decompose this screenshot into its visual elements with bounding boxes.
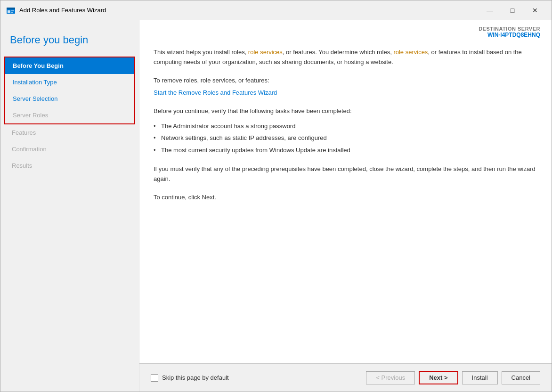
sidebar-extra-items: Features Confirmation Results — [4, 124, 135, 174]
sidebar-item-features: Features — [4, 124, 135, 141]
sidebar-header: Before you begin — [0, 20, 139, 57]
destination-server-name: WIN-I4PTDQ8EHNQ — [479, 32, 540, 38]
prereq-item-1: The Administrator account has a strong p… — [154, 120, 537, 132]
sidebar-item-before-you-begin[interactable]: Before You Begin — [5, 57, 134, 74]
window-title: Add Roles and Features Wizard — [19, 7, 479, 14]
footer-buttons: < Previous Next > Install Cancel — [366, 371, 540, 384]
install-button[interactable]: Install — [462, 371, 498, 384]
svg-rect-2 — [8, 10, 10, 13]
sidebar: Before you begin Before You Begin Instal… — [0, 20, 139, 392]
previous-button[interactable]: < Previous — [366, 371, 415, 384]
close-button[interactable]: ✕ — [524, 3, 546, 17]
skip-page-checkbox-area: Skip this page by default — [151, 374, 229, 382]
highlight-role-services-2: role services — [393, 49, 428, 56]
intro-paragraph: This wizard helps you install roles, rol… — [154, 48, 537, 67]
maximize-button[interactable]: □ — [502, 3, 523, 17]
skip-page-checkbox[interactable] — [151, 374, 158, 382]
sidebar-item-confirmation: Confirmation — [4, 141, 135, 157]
title-bar: Add Roles and Features Wizard — □ ✕ — [0, 0, 552, 20]
sidebar-item-server-selection[interactable]: Server Selection — [5, 90, 134, 107]
remove-link-para: Start the Remove Roles and Features Wiza… — [154, 88, 537, 98]
destination-server-info: DESTINATION SERVER WIN-I4PTDQ8EHNQ — [479, 26, 540, 38]
sidebar-heading: Before you begin — [10, 33, 130, 47]
window-controls: — □ ✕ — [479, 3, 546, 17]
prerequisites-list: The Administrator account has a strong p… — [154, 120, 537, 156]
remove-roles-label: To remove roles, role services, or featu… — [154, 76, 537, 86]
cancel-button[interactable]: Cancel — [502, 371, 540, 384]
footer-left: Skip this page by default — [151, 374, 229, 382]
main-header: DESTINATION SERVER WIN-I4PTDQ8EHNQ — [139, 20, 552, 38]
skip-page-label: Skip this page by default — [162, 374, 229, 381]
highlight-role-services-1: role services — [248, 49, 283, 56]
content-area: Before you begin Before You Begin Instal… — [0, 20, 552, 392]
svg-rect-4 — [11, 12, 13, 13]
sidebar-item-installation-type[interactable]: Installation Type — [5, 74, 134, 90]
minimize-button[interactable]: — — [479, 3, 501, 17]
info-paragraph: If you must verify that any of the prece… — [154, 164, 537, 184]
footer: Skip this page by default < Previous Nex… — [139, 363, 552, 392]
prereq-item-3: The most current security updates from W… — [154, 144, 537, 156]
remove-roles-link[interactable]: Start the Remove Roles and Features Wiza… — [154, 89, 277, 96]
prereq-item-2: Network settings, such as static IP addr… — [154, 132, 537, 144]
wizard-icon — [6, 6, 16, 15]
next-button[interactable]: Next > — [419, 371, 458, 384]
sidebar-item-server-roles: Server Roles — [5, 107, 134, 123]
sidebar-item-results: Results — [4, 157, 135, 174]
verify-label: Before you continue, verify that the fol… — [154, 106, 537, 116]
main-panel: DESTINATION SERVER WIN-I4PTDQ8EHNQ This … — [139, 20, 552, 392]
wizard-window: Add Roles and Features Wizard — □ ✕ Befo… — [0, 0, 552, 392]
main-body: This wizard helps you install roles, rol… — [139, 38, 552, 363]
svg-rect-3 — [11, 10, 14, 11]
continue-text: To continue, click Next. — [154, 193, 537, 203]
svg-rect-1 — [7, 8, 15, 9]
destination-server-label: DESTINATION SERVER — [479, 26, 540, 32]
sidebar-nav: Before You Begin Installation Type Serve… — [4, 57, 135, 124]
